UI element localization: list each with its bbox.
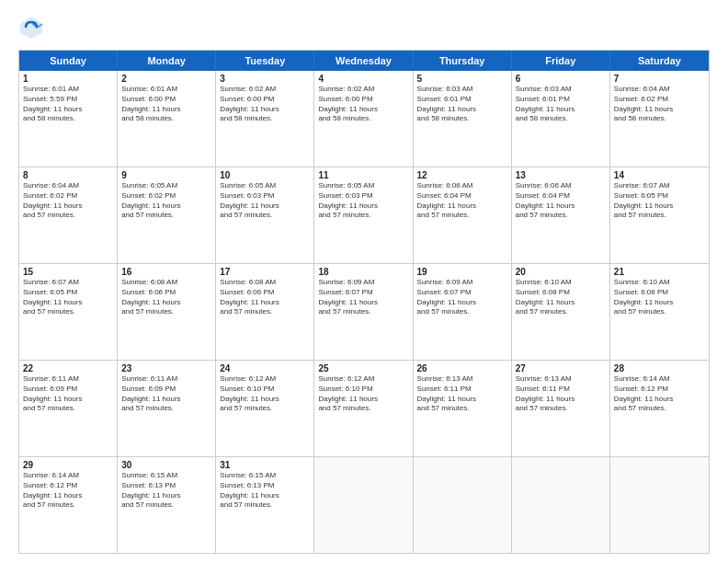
day-info: Sunrise: 6:08 AM Sunset: 6:06 PM Dayligh… [220,278,310,317]
svg-marker-0 [20,17,42,39]
day-info: Sunrise: 6:12 AM Sunset: 6:10 PM Dayligh… [318,374,408,414]
day-number: 20 [516,267,606,277]
cal-cell-day-7: 7Sunrise: 6:04 AM Sunset: 6:02 PM Daylig… [610,71,709,167]
cal-cell-empty [414,457,512,553]
cal-cell-day-17: 17Sunrise: 6:08 AM Sunset: 6:06 PM Dayli… [216,264,314,360]
cal-cell-day-5: 5Sunrise: 6:03 AM Sunset: 6:01 PM Daylig… [414,71,512,167]
cal-cell-empty [314,457,413,553]
day-info: Sunrise: 6:04 AM Sunset: 6:02 PM Dayligh… [23,181,113,221]
calendar-header-row: SundayMondayTuesdayWednesdayThursdayFrid… [19,51,709,71]
day-number: 5 [417,74,507,84]
day-info: Sunrise: 6:02 AM Sunset: 6:00 PM Dayligh… [318,85,408,124]
cal-cell-day-26: 26Sunrise: 6:13 AM Sunset: 6:11 PM Dayli… [414,361,512,456]
day-number: 8 [23,170,113,180]
day-info: Sunrise: 6:13 AM Sunset: 6:11 PM Dayligh… [516,374,606,414]
day-number: 28 [614,363,705,373]
cal-cell-day-18: 18Sunrise: 6:09 AM Sunset: 6:07 PM Dayli… [314,264,413,360]
cal-header-day-sunday: Sunday [19,51,118,71]
day-info: Sunrise: 6:03 AM Sunset: 6:01 PM Dayligh… [417,85,507,124]
cal-cell-day-14: 14Sunrise: 6:07 AM Sunset: 6:05 PM Dayli… [610,167,709,263]
day-info: Sunrise: 6:01 AM Sunset: 6:00 PM Dayligh… [121,85,211,124]
cal-cell-day-11: 11Sunrise: 6:05 AM Sunset: 6:03 PM Dayli… [314,167,413,263]
day-info: Sunrise: 6:06 AM Sunset: 6:04 PM Dayligh… [516,181,606,221]
day-number: 3 [220,74,310,84]
cal-header-day-tuesday: Tuesday [216,51,314,71]
cal-cell-day-2: 2Sunrise: 6:01 AM Sunset: 6:00 PM Daylig… [118,71,216,167]
day-number: 24 [220,363,310,373]
day-info: Sunrise: 6:09 AM Sunset: 6:07 PM Dayligh… [318,278,408,317]
cal-cell-day-28: 28Sunrise: 6:14 AM Sunset: 6:12 PM Dayli… [610,361,709,456]
day-info: Sunrise: 6:11 AM Sunset: 6:09 PM Dayligh… [121,374,211,414]
cal-cell-day-19: 19Sunrise: 6:09 AM Sunset: 6:07 PM Dayli… [414,264,512,360]
cal-cell-day-3: 3Sunrise: 6:02 AM Sunset: 6:00 PM Daylig… [216,71,314,167]
day-number: 18 [318,267,408,277]
cal-cell-day-8: 8Sunrise: 6:04 AM Sunset: 6:02 PM Daylig… [19,167,118,263]
day-info: Sunrise: 6:15 AM Sunset: 6:13 PM Dayligh… [220,471,310,511]
cal-cell-empty [512,457,610,553]
day-info: Sunrise: 6:13 AM Sunset: 6:11 PM Dayligh… [417,374,507,414]
day-info: Sunrise: 6:09 AM Sunset: 6:07 PM Dayligh… [417,278,507,317]
day-number: 23 [121,363,211,373]
day-info: Sunrise: 6:14 AM Sunset: 6:12 PM Dayligh… [23,471,113,511]
day-number: 2 [121,74,211,84]
calendar-body: 1Sunrise: 6:01 AM Sunset: 5:59 PM Daylig… [19,71,709,553]
day-number: 1 [23,74,113,84]
day-number: 6 [516,74,606,84]
cal-cell-day-21: 21Sunrise: 6:10 AM Sunset: 6:08 PM Dayli… [610,264,709,360]
header [18,15,710,40]
day-number: 31 [220,460,310,470]
cal-header-day-thursday: Thursday [414,51,512,71]
day-number: 17 [220,267,310,277]
cal-cell-day-15: 15Sunrise: 6:07 AM Sunset: 6:05 PM Dayli… [19,264,118,360]
day-info: Sunrise: 6:07 AM Sunset: 6:05 PM Dayligh… [23,278,113,317]
day-info: Sunrise: 6:05 AM Sunset: 6:03 PM Dayligh… [318,181,408,221]
day-number: 9 [121,170,211,180]
cal-cell-day-4: 4Sunrise: 6:02 AM Sunset: 6:00 PM Daylig… [314,71,413,167]
cal-cell-day-25: 25Sunrise: 6:12 AM Sunset: 6:10 PM Dayli… [314,361,413,456]
calendar: SundayMondayTuesdayWednesdayThursdayFrid… [18,50,710,554]
cal-cell-day-12: 12Sunrise: 6:06 AM Sunset: 6:04 PM Dayli… [414,167,512,263]
day-number: 19 [417,267,507,277]
day-number: 30 [121,460,211,470]
day-number: 4 [318,74,408,84]
day-info: Sunrise: 6:12 AM Sunset: 6:10 PM Dayligh… [220,374,310,414]
day-info: Sunrise: 6:05 AM Sunset: 6:02 PM Dayligh… [121,181,211,221]
day-info: Sunrise: 6:05 AM Sunset: 6:03 PM Dayligh… [220,181,310,221]
cal-cell-day-16: 16Sunrise: 6:08 AM Sunset: 6:06 PM Dayli… [118,264,216,360]
day-number: 12 [417,170,507,180]
day-number: 10 [220,170,310,180]
cal-header-day-wednesday: Wednesday [314,51,413,71]
cal-cell-day-23: 23Sunrise: 6:11 AM Sunset: 6:09 PM Dayli… [118,361,216,456]
day-info: Sunrise: 6:14 AM Sunset: 6:12 PM Dayligh… [614,374,705,414]
cal-header-day-friday: Friday [512,51,610,71]
day-number: 22 [23,363,113,373]
cal-cell-day-24: 24Sunrise: 6:12 AM Sunset: 6:10 PM Dayli… [216,361,314,456]
cal-cell-day-29: 29Sunrise: 6:14 AM Sunset: 6:12 PM Dayli… [19,457,118,553]
cal-week-2: 8Sunrise: 6:04 AM Sunset: 6:02 PM Daylig… [19,167,709,264]
cal-cell-day-22: 22Sunrise: 6:11 AM Sunset: 6:09 PM Dayli… [19,361,118,456]
cal-week-1: 1Sunrise: 6:01 AM Sunset: 5:59 PM Daylig… [19,71,709,167]
day-info: Sunrise: 6:11 AM Sunset: 6:09 PM Dayligh… [23,374,113,414]
day-info: Sunrise: 6:15 AM Sunset: 6:13 PM Dayligh… [121,471,211,511]
logo [18,15,48,40]
day-number: 11 [318,170,408,180]
cal-cell-day-1: 1Sunrise: 6:01 AM Sunset: 5:59 PM Daylig… [19,71,118,167]
day-info: Sunrise: 6:04 AM Sunset: 6:02 PM Dayligh… [614,85,705,124]
cal-cell-day-6: 6Sunrise: 6:03 AM Sunset: 6:01 PM Daylig… [512,71,610,167]
cal-week-5: 29Sunrise: 6:14 AM Sunset: 6:12 PM Dayli… [19,457,709,553]
cal-header-day-saturday: Saturday [610,51,709,71]
day-info: Sunrise: 6:01 AM Sunset: 5:59 PM Dayligh… [23,85,113,124]
day-number: 14 [614,170,705,180]
cal-cell-day-10: 10Sunrise: 6:05 AM Sunset: 6:03 PM Dayli… [216,167,314,263]
day-info: Sunrise: 6:06 AM Sunset: 6:04 PM Dayligh… [417,181,507,221]
day-number: 25 [318,363,408,373]
cal-cell-day-9: 9Sunrise: 6:05 AM Sunset: 6:02 PM Daylig… [118,167,216,263]
cal-cell-day-30: 30Sunrise: 6:15 AM Sunset: 6:13 PM Dayli… [118,457,216,553]
day-info: Sunrise: 6:07 AM Sunset: 6:05 PM Dayligh… [614,181,705,221]
logo-icon [18,15,44,40]
day-info: Sunrise: 6:02 AM Sunset: 6:00 PM Dayligh… [220,85,310,124]
day-info: Sunrise: 6:03 AM Sunset: 6:01 PM Dayligh… [516,85,606,124]
day-info: Sunrise: 6:10 AM Sunset: 6:08 PM Dayligh… [614,278,705,317]
cal-cell-day-31: 31Sunrise: 6:15 AM Sunset: 6:13 PM Dayli… [216,457,314,553]
day-number: 27 [516,363,606,373]
